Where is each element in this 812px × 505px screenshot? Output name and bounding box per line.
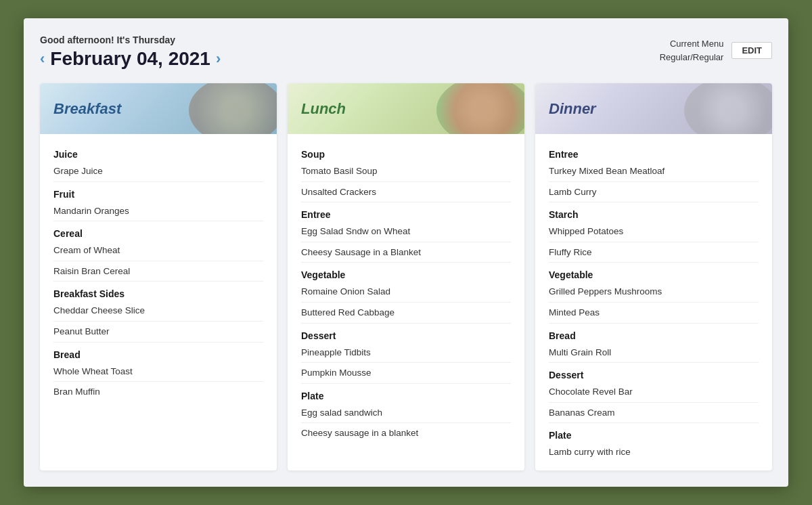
meal-body-breakfast: JuiceGrape JuiceFruitMandarin OrangesCer… xyxy=(40,134,277,410)
menu-item: Pumpkin Mousse xyxy=(301,363,511,384)
date-navigation: ‹ February 04, 2021 › xyxy=(40,48,221,70)
menu-item: Tomato Basil Soup xyxy=(301,161,511,182)
next-date-button[interactable]: › xyxy=(216,51,221,66)
meal-title-breakfast: Breakfast xyxy=(53,100,121,118)
section-title-soup: Soup xyxy=(301,149,511,160)
meals-grid: BreakfastJuiceGrape JuiceFruitMandarin O… xyxy=(40,83,772,470)
menu-item: Grape Juice xyxy=(53,161,263,182)
menu-item: Whipped Potatoes xyxy=(549,221,759,242)
menu-item: Whole Wheat Toast xyxy=(53,361,263,382)
menu-item: Bran Muffin xyxy=(53,382,263,402)
meal-header-dinner: Dinner xyxy=(535,83,772,134)
meal-body-dinner: EntreeTurkey Mixed Bean MeatloafLamb Cur… xyxy=(535,134,772,470)
section-title-dessert: Dessert xyxy=(301,330,511,341)
section-title-cereal: Cereal xyxy=(53,228,263,239)
meal-body-lunch: SoupTomato Basil SoupUnsalted CrackersEn… xyxy=(288,134,524,451)
menu-item: Minted Peas xyxy=(549,303,759,324)
meal-card-breakfast: BreakfastJuiceGrape JuiceFruitMandarin O… xyxy=(40,83,277,470)
menu-item: Buttered Red Cabbage xyxy=(301,303,511,324)
menu-item: Grilled Peppers Mushrooms xyxy=(549,282,759,303)
menu-item: Unsalted Crackers xyxy=(301,182,511,203)
section-title-plate: Plate xyxy=(301,391,511,401)
menu-item: Chocolate Revel Bar xyxy=(549,382,759,403)
menu-item: Raisin Bran Cereal xyxy=(53,261,263,282)
menu-item: Egg Salad Sndw on Wheat xyxy=(301,221,511,242)
section-title-entree: Entree xyxy=(549,149,759,160)
menu-item: Cheddar Cheese Slice xyxy=(53,301,263,322)
header-right: Current Menu Regular/Regular EDIT xyxy=(660,37,772,64)
meal-header-lunch: Lunch xyxy=(288,83,524,134)
menu-item: Lamb Curry xyxy=(549,182,759,203)
section-title-bread: Bread xyxy=(53,349,263,360)
section-title-vegetable: Vegetable xyxy=(301,269,511,280)
prev-date-button[interactable]: ‹ xyxy=(40,51,45,66)
section-title-fruit: Fruit xyxy=(53,189,263,200)
header: Good afternoon! It's Thursday ‹ February… xyxy=(40,35,772,70)
menu-item: Egg salad sandwich xyxy=(301,403,511,424)
menu-item: Fluffy Rice xyxy=(549,242,759,263)
menu-item: Mandarin Oranges xyxy=(53,201,263,222)
menu-item: Cream of Wheat xyxy=(53,240,263,261)
section-title-vegetable: Vegetable xyxy=(549,269,759,280)
section-title-bread: Bread xyxy=(549,330,759,341)
section-title-plate: Plate xyxy=(549,430,759,441)
section-title-breakfast-sides: Breakfast Sides xyxy=(53,288,263,299)
current-menu-label: Current Menu Regular/Regular xyxy=(660,37,724,64)
greeting-text: Good afternoon! It's Thursday xyxy=(40,35,221,45)
menu-item: Cheesy sausage in a blanket xyxy=(301,423,511,443)
current-date: February 04, 2021 xyxy=(50,48,210,70)
menu-item: Lamb curry with rice xyxy=(549,442,759,462)
menu-item: Bananas Cream xyxy=(549,403,759,424)
header-left: Good afternoon! It's Thursday ‹ February… xyxy=(40,35,221,70)
meal-header-breakfast: Breakfast xyxy=(40,83,277,134)
menu-item: Multi Grain Roll xyxy=(549,343,759,364)
section-title-entree: Entree xyxy=(301,209,511,220)
main-panel: Good afternoon! It's Thursday ‹ February… xyxy=(24,18,788,486)
menu-item: Cheesy Sausage in a Blanket xyxy=(301,242,511,263)
meal-card-lunch: LunchSoupTomato Basil SoupUnsalted Crack… xyxy=(288,83,524,470)
menu-item: Peanut Butter xyxy=(53,322,263,343)
meal-title-lunch: Lunch xyxy=(301,100,346,118)
meal-card-dinner: DinnerEntreeTurkey Mixed Bean MeatloafLa… xyxy=(535,83,772,470)
edit-button[interactable]: EDIT xyxy=(731,42,772,59)
menu-item: Pineapple Tidbits xyxy=(301,343,511,364)
menu-item: Turkey Mixed Bean Meatloaf xyxy=(549,161,759,182)
section-title-dessert: Dessert xyxy=(549,370,759,380)
section-title-starch: Starch xyxy=(549,209,759,220)
menu-item: Romaine Onion Salad xyxy=(301,282,511,303)
section-title-juice: Juice xyxy=(53,149,263,160)
meal-title-dinner: Dinner xyxy=(549,100,596,118)
